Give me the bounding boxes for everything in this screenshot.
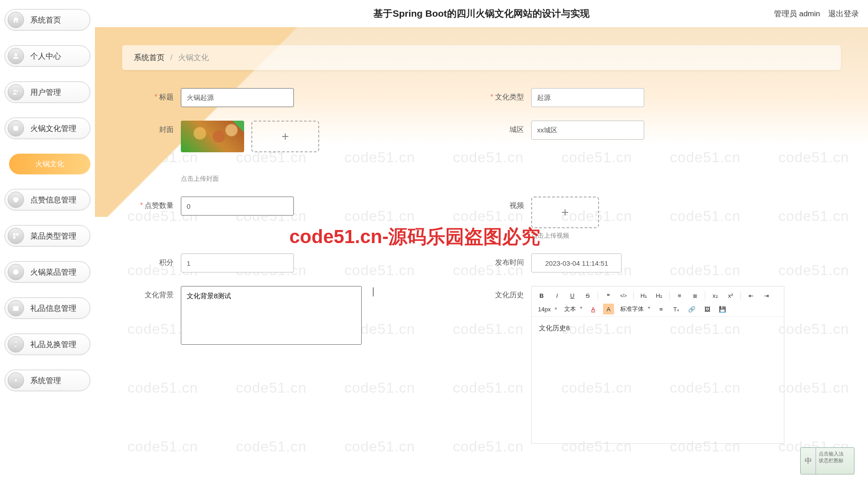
sidebar-item-users[interactable]: 用户管理 — [5, 81, 90, 103]
svg-rect-6 — [13, 236, 15, 239]
rte-image-button[interactable]: 🖼 — [702, 304, 712, 314]
rte-code-button[interactable]: </> — [618, 290, 629, 301]
rte-elem-select[interactable]: 文本 — [562, 304, 583, 314]
label-video: 视频 — [481, 197, 531, 211]
points-input[interactable] — [181, 253, 294, 272]
svg-rect-9 — [13, 306, 19, 307]
sidebar-item-likes[interactable]: 点赞信息管理 — [5, 189, 90, 211]
rte-sub-button[interactable]: x₂ — [710, 290, 721, 301]
header: 基于Spring Boot的四川火锅文化网站的设计与实现 管理员 admin 退… — [95, 0, 868, 27]
dish-icon — [8, 264, 24, 280]
sidebar-item-label: 菜品类型管理 — [30, 231, 76, 241]
page-title: 基于Spring Boot的四川火锅文化网站的设计与实现 — [95, 7, 868, 20]
rte-ol-button[interactable]: ≡ — [674, 290, 685, 301]
label-cover: 封面 — [131, 121, 181, 135]
ime-hint: 点击输入法状态栏图标 — [816, 448, 854, 474]
city-input[interactable] — [531, 121, 644, 140]
label-history: 文化历史 — [481, 286, 531, 300]
sidebar-item-label: 个人中心 — [30, 51, 61, 61]
rte-align-button[interactable]: ≡ — [656, 304, 666, 314]
breadcrumb-sep: / — [170, 53, 173, 62]
rte-save-button[interactable]: 💾 — [717, 304, 728, 314]
svg-point-10 — [15, 380, 17, 382]
svg-point-2 — [16, 90, 18, 92]
user-icon — [8, 48, 24, 64]
cover-thumbnail[interactable] — [181, 121, 244, 152]
sidebar-item-label: 礼品兑换管理 — [30, 339, 76, 350]
main-content: 系统首页 / 火锅文化 标题 文化类型 封面 + — [95, 27, 868, 488]
rte-italic-button[interactable]: I — [552, 290, 562, 301]
sidebar-item-label: 礼品信息管理 — [30, 303, 76, 314]
cover-hint: 点击上传封面 — [181, 175, 319, 183]
rte-bold-button[interactable]: B — [536, 290, 547, 301]
sidebar-sub-culture-list[interactable]: 火锅文化 — [9, 154, 90, 174]
rte-sup-button[interactable]: x² — [725, 290, 736, 301]
sidebar: 系统首页 个人中心 用户管理 火锅文化管理 火锅文化 点赞信息管理 菜品类型管理… — [0, 0, 95, 488]
label-likes: 点赞数量 — [131, 197, 181, 211]
sidebar-item-label: 点赞信息管理 — [30, 195, 76, 205]
publish-time-input[interactable] — [531, 253, 622, 272]
video-hint: 点击上传视频 — [531, 232, 599, 240]
rte-font-select[interactable]: 标准字体 — [618, 304, 651, 314]
sidebar-submenu: 火锅文化 — [9, 154, 90, 174]
likes-input[interactable] — [181, 197, 294, 216]
sidebar-item-label: 火锅文化管理 — [30, 123, 76, 134]
rte-quote-button[interactable]: ❝ — [603, 290, 613, 301]
svg-point-7 — [13, 269, 19, 275]
rte-fontsize-select[interactable]: 14px — [536, 305, 558, 314]
breadcrumb-root[interactable]: 系统首页 — [134, 53, 165, 62]
logout-link[interactable]: 退出登录 — [828, 9, 859, 19]
rte-bgcolor-button[interactable]: A — [603, 304, 614, 314]
svg-rect-4 — [13, 233, 15, 235]
home-icon — [8, 12, 24, 28]
users-icon — [8, 84, 24, 100]
label-points: 积分 — [131, 253, 181, 267]
rte-outdent-button[interactable]: ⇤ — [745, 290, 756, 301]
sidebar-item-culture[interactable]: 火锅文化管理 — [5, 117, 90, 139]
label-type: 文化类型 — [481, 88, 531, 102]
upload-cover-button[interactable]: + — [251, 121, 319, 152]
gift-icon — [8, 300, 24, 316]
sidebar-item-gift[interactable]: 礼品信息管理 — [5, 297, 90, 319]
sidebar-item-label: 系统管理 — [30, 375, 61, 386]
category-icon — [8, 228, 24, 244]
rte-ul-button[interactable]: ≣ — [689, 290, 700, 301]
rte-h2-button[interactable]: H₂ — [654, 290, 665, 301]
rte-toolbar: B I U S ❝ </> H₁ H₂ ≡ ≣ x₂ — [532, 286, 784, 317]
svg-rect-5 — [16, 233, 19, 235]
title-input[interactable] — [181, 88, 294, 107]
like-icon — [8, 192, 24, 208]
header-user[interactable]: 管理员 admin — [774, 9, 820, 19]
rte-clear-button[interactable]: Tₓ — [671, 304, 682, 314]
svg-point-0 — [14, 53, 17, 56]
rte-body[interactable]: 文化历史8 — [532, 317, 784, 443]
sidebar-item-profile[interactable]: 个人中心 — [5, 45, 90, 67]
history-editor: B I U S ❝ </> H₁ H₂ ≡ ≣ x₂ — [531, 286, 784, 444]
ime-lang: 中 — [801, 448, 816, 474]
sidebar-item-home[interactable]: 系统首页 — [5, 9, 90, 31]
breadcrumb-current: 火锅文化 — [178, 53, 209, 62]
culture-icon — [8, 120, 24, 136]
rte-link-button[interactable]: 🔗 — [686, 304, 697, 314]
sidebar-item-label: 用户管理 — [30, 87, 61, 98]
settings-icon — [8, 372, 24, 389]
label-bg: 文化背景 — [131, 286, 181, 300]
bg-textarea[interactable] — [181, 286, 362, 345]
label-publish: 发布时间 — [481, 253, 531, 267]
rte-h1-button[interactable]: H₁ — [638, 290, 649, 301]
rte-indent-button[interactable]: ⇥ — [761, 290, 772, 301]
rte-underline-button[interactable]: U — [567, 290, 578, 301]
upload-video-button[interactable]: + — [531, 197, 599, 228]
rte-color-button[interactable]: A — [588, 304, 599, 314]
sidebar-item-label: 系统首页 — [30, 15, 61, 25]
sidebar-item-label: 火锅菜品管理 — [30, 267, 76, 277]
sidebar-item-dish[interactable]: 火锅菜品管理 — [5, 261, 90, 283]
type-input[interactable] — [531, 88, 644, 107]
sidebar-item-exchange[interactable]: 礼品兑换管理 — [5, 333, 90, 355]
exchange-icon — [8, 336, 24, 352]
sidebar-item-settings[interactable]: 系统管理 — [5, 370, 90, 391]
sidebar-item-category[interactable]: 菜品类型管理 — [5, 225, 90, 247]
breadcrumb: 系统首页 / 火锅文化 — [122, 45, 841, 70]
ime-indicator[interactable]: 中 点击输入法状态栏图标 — [800, 447, 854, 474]
rte-strike-button[interactable]: S — [582, 290, 593, 301]
